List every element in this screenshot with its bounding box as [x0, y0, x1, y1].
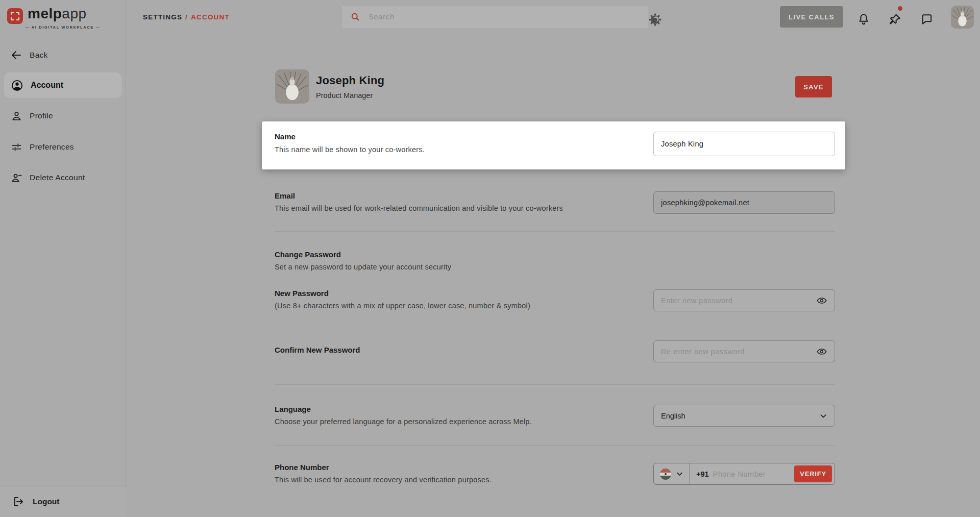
separator	[690, 463, 690, 485]
chat-icon[interactable]	[920, 13, 934, 26]
sidebar-item-preferences[interactable]: Preferences	[0, 137, 126, 157]
pin-icon[interactable]	[888, 13, 901, 26]
app-tagline: — AI DIGITAL WORKPLACE —	[19, 25, 106, 30]
search-bar[interactable]	[342, 6, 648, 28]
country-select[interactable]	[654, 463, 690, 484]
chevron-down-icon	[676, 470, 683, 478]
bell-icon[interactable]	[857, 13, 870, 26]
save-button[interactable]: SAVE	[795, 76, 832, 97]
sidebar-item-delete-account[interactable]: Delete Account	[0, 167, 126, 188]
search-input[interactable]	[368, 12, 640, 21]
section-divider	[275, 445, 835, 446]
logout-button[interactable]: Logout	[0, 486, 126, 517]
new-password-input[interactable]	[653, 289, 835, 311]
profile-role: Product Manager	[316, 91, 373, 100]
new-password-label: New Password	[275, 289, 530, 298]
change-password-description: Set a new password to update your accoun…	[275, 263, 451, 271]
back-label: Back	[30, 51, 48, 60]
profile-avatar[interactable]	[275, 69, 309, 104]
change-password-title: Change Password	[275, 250, 451, 259]
chevron-down-icon	[819, 412, 827, 420]
confirm-password-label: Confirm New Password	[275, 346, 360, 354]
new-password-hint: (Use 8+ characters with a mix of upper c…	[275, 302, 530, 310]
person-icon	[10, 110, 22, 122]
sidebar-item-label: Delete Account	[30, 173, 85, 182]
phone-row: Phone Number This will be used for accou…	[275, 463, 492, 484]
sidebar: melpapp — AI DIGITAL WORKPLACE — Back Ac…	[0, 0, 126, 517]
section-divider	[275, 231, 835, 232]
breadcrumb-settings[interactable]: SETTINGS	[143, 13, 182, 21]
theme-toggle-icon[interactable]	[648, 13, 662, 26]
language-label: Language	[275, 405, 532, 413]
change-password-section-header: Change Password Set a new password to up…	[275, 250, 451, 271]
logout-icon	[12, 496, 24, 508]
eye-icon[interactable]	[816, 295, 827, 306]
language-select[interactable]: English	[653, 405, 835, 427]
breadcrumb: SETTINGS / ACCOUNT	[143, 0, 230, 34]
phone-input-group: +91 VERIFY	[653, 463, 835, 485]
language-row: Language Choose your preferred language …	[275, 405, 532, 426]
phone-number-input[interactable]	[712, 470, 795, 479]
section-divider	[275, 384, 835, 385]
preferences-icon	[10, 141, 22, 153]
email-label: Email	[275, 191, 563, 200]
eye-icon[interactable]	[816, 346, 827, 357]
account-circle-icon	[11, 79, 23, 92]
name-row-spotlight: Name This name will be shown to your co-…	[262, 121, 845, 169]
language-description: Choose your preferred language for a per…	[275, 417, 532, 426]
back-arrow-icon	[10, 49, 22, 61]
search-icon	[350, 12, 360, 22]
person-remove-icon	[10, 171, 22, 184]
sidebar-item-account[interactable]: Account	[4, 72, 121, 98]
account-settings-panel: Joseph King Product Manager SAVE Name Th…	[126, 34, 980, 517]
email-input[interactable]	[653, 191, 835, 214]
phone-description: This will be used for account recovery a…	[275, 476, 492, 484]
sidebar-item-label: Profile	[30, 111, 53, 120]
sidebar-item-label: Account	[31, 81, 63, 90]
user-avatar[interactable]	[951, 6, 974, 29]
name-description: This name will be shown to your co-worke…	[275, 145, 425, 154]
pin-notification-dot	[898, 6, 902, 11]
sidebar-item-label: Preferences	[30, 142, 74, 152]
melp-logo-icon	[7, 8, 23, 24]
breadcrumb-separator: /	[185, 13, 188, 21]
email-row: Email This email will be used for work-r…	[275, 191, 563, 212]
sidebar-item-profile[interactable]: Profile	[0, 106, 126, 126]
app-wordmark: melpapp	[28, 6, 87, 22]
page-title: Joseph King	[316, 74, 384, 87]
dial-code: +91	[696, 470, 709, 478]
confirm-password-input[interactable]	[653, 340, 835, 362]
confirm-password-row: Confirm New Password	[275, 346, 360, 354]
logout-label: Logout	[33, 497, 60, 506]
phone-label: Phone Number	[275, 463, 492, 472]
breadcrumb-account: ACCOUNT	[191, 13, 230, 21]
email-description: This email will be used for work-related…	[275, 204, 563, 212]
back-button[interactable]: Back	[0, 45, 126, 65]
language-value: English	[661, 412, 685, 420]
name-label: Name	[275, 132, 296, 141]
name-input[interactable]	[653, 132, 835, 156]
india-flag-icon	[660, 469, 671, 480]
new-password-row: New Password (Use 8+ characters with a m…	[275, 289, 530, 310]
verify-button[interactable]: VERIFY	[794, 465, 832, 482]
top-header: SETTINGS / ACCOUNT LIVE CALLS	[126, 0, 980, 34]
live-calls-button[interactable]: LIVE CALLS	[780, 6, 843, 28]
